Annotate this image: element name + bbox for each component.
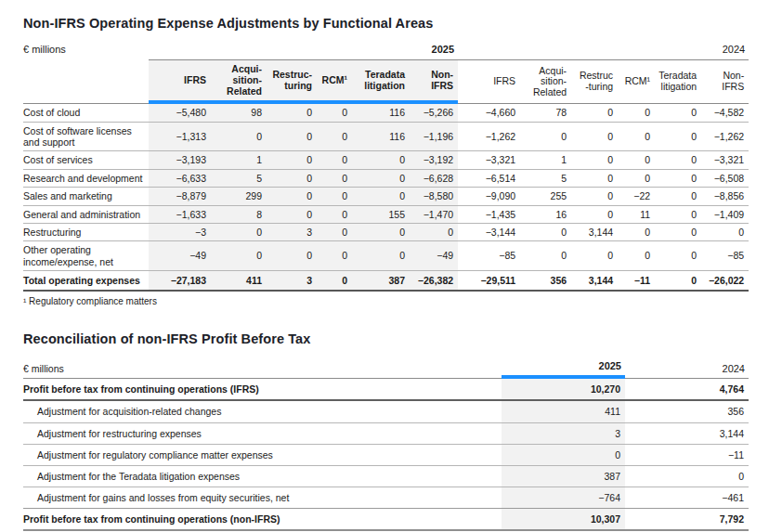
row-label: Cost of cloud	[23, 104, 149, 122]
cell-value-2025: −49	[149, 241, 211, 271]
year-label-2024: 2024	[625, 358, 749, 379]
cell-value-2024: −461	[625, 487, 749, 509]
cell-value-2024: 1	[520, 151, 571, 169]
pbt-table-title: Reconciliation of non-IFRS Profit Before…	[23, 331, 749, 346]
cell-value-2025: 411	[502, 401, 625, 422]
opex-adjustments-table: € millions 2025 2024 IFRSAcqui- sition- …	[23, 42, 749, 292]
row-label: Other operating income/expense, net	[23, 241, 149, 271]
cell-value-2024: 0	[655, 224, 701, 241]
rcm-footnote: ¹ Regulatory compliance matters	[23, 296, 749, 306]
cell-value-2024: −4,660	[458, 104, 520, 122]
cell-value-2024: −26,022	[701, 271, 749, 292]
cell-value-2024: −3,321	[458, 151, 520, 169]
cell-value-2024: −6,508	[701, 170, 749, 188]
column-header-2024: IFRS	[458, 59, 520, 104]
cell-value-2024: 0	[655, 170, 701, 188]
cell-value-2025: 98	[211, 104, 267, 122]
cell-value-2024: 3,144	[571, 224, 618, 241]
column-header-row: IFRSAcqui- sition- RelatedRestruc- turin…	[23, 59, 749, 104]
cell-value-2025: 0	[317, 151, 352, 169]
cell-value-2025: −1,470	[410, 206, 458, 224]
row-label: Adjustment for the Teradata litigation e…	[23, 466, 502, 487]
table-row: Research and development−6,6335000−6,628…	[23, 170, 749, 188]
cell-value-2025: 0	[317, 241, 352, 271]
cell-value-2025: 0	[267, 104, 317, 122]
cell-value-2025: 0	[267, 170, 317, 188]
cell-value-2025: −26,382	[410, 271, 458, 292]
table-row: Adjustment for regulatory compliance mat…	[23, 445, 749, 466]
cell-value-2025: 155	[352, 206, 410, 224]
cell-value-2025: 0	[352, 188, 410, 205]
cell-value-2025: −6,628	[410, 170, 458, 188]
row-label: General and administration	[23, 206, 149, 224]
cell-value-2024: 0	[655, 123, 701, 152]
cell-value-2025: 0	[317, 104, 352, 122]
row-label: Cost of services	[23, 151, 149, 169]
cell-value-2024: −22	[618, 188, 655, 205]
cell-value-2025: −1,196	[410, 123, 458, 152]
cell-value-2024: −6,514	[458, 170, 520, 188]
year-label-2024: 2024	[458, 42, 749, 59]
cell-value-2024: 3,144	[625, 423, 749, 445]
table-row: Cost of services−3,1931000−3,192−3,32110…	[23, 151, 749, 169]
cell-value-2024: 11	[618, 206, 655, 224]
section-pbt-reconciliation: Reconciliation of non-IFRS Profit Before…	[23, 331, 749, 530]
cell-value-2025: 0	[317, 123, 352, 152]
cell-value-2024: 0	[618, 241, 655, 271]
report-page: Non-IFRS Operating Expense Adjustments b…	[0, 0, 769, 531]
cell-value-2025: 0	[502, 445, 625, 466]
cell-value-2024: 0	[701, 224, 749, 241]
cell-value-2024: −8,856	[701, 188, 749, 205]
cell-value-2025: 1	[211, 151, 267, 169]
cell-value-2025: −3,193	[149, 151, 211, 169]
pbt-reconciliation-table: € millions 2025 2024 Profit before tax f…	[23, 358, 749, 530]
cell-value-2025: 0	[317, 188, 352, 205]
cell-value-2024: −1,409	[701, 206, 749, 224]
cell-value-2024: 0	[625, 466, 749, 487]
row-label: Adjustment for regulatory compliance mat…	[23, 445, 502, 466]
table-row: Cost of cloud−5,4809800116−5,266−4,66078…	[23, 104, 749, 122]
cell-value-2025: 0	[267, 188, 317, 205]
cell-value-2024: 0	[618, 224, 655, 241]
table-row: Other operating income/expense, net−4900…	[23, 241, 749, 271]
cell-value-2024: 0	[655, 271, 701, 292]
cell-value-2025: 299	[211, 188, 267, 205]
cell-value-2025: 10,270	[502, 379, 625, 401]
cell-value-2025: 411	[211, 271, 267, 292]
cell-value-2025: −3,192	[410, 151, 458, 169]
column-header-2024: Acqui- sition- Related	[520, 59, 571, 104]
cell-value-2025: 0	[317, 206, 352, 224]
column-header-2025: RCM¹	[317, 59, 352, 104]
unit-label: € millions	[23, 42, 149, 59]
row-label: Cost of software licenses and support	[23, 123, 149, 152]
cell-value-2024: 78	[520, 104, 571, 122]
table-row: General and administration−1,633800155−1…	[23, 206, 749, 224]
cell-value-2024: 0	[618, 104, 655, 122]
cell-value-2025: 3	[267, 271, 317, 292]
row-label: Restructuring	[23, 224, 149, 241]
cell-value-2024: 0	[655, 151, 701, 169]
row-label: Profit before tax from continuing operat…	[23, 509, 502, 531]
cell-value-2025: 0	[317, 224, 352, 241]
cell-value-2024: 3,144	[571, 271, 618, 292]
cell-value-2024: 0	[655, 241, 701, 271]
cell-value-2024: −85	[458, 241, 520, 271]
cell-value-2024: 0	[571, 151, 618, 169]
cell-value-2025: 0	[352, 241, 410, 271]
column-header-2025: Non- IFRS	[410, 59, 458, 104]
cell-value-2024: 0	[520, 224, 571, 241]
cell-value-2025: 0	[267, 123, 317, 152]
cell-value-2024: 0	[655, 104, 701, 122]
row-label-column-header	[23, 59, 149, 104]
cell-value-2025: 387	[502, 466, 625, 487]
unit-label: € millions	[23, 358, 502, 379]
cell-value-2025: −27,183	[149, 271, 211, 292]
column-header-2024: Restruc -turing	[571, 59, 618, 104]
cell-value-2024: 0	[655, 188, 701, 205]
cell-value-2025: −1,633	[149, 206, 211, 224]
table-row: Cost of software licenses and support−1,…	[23, 123, 749, 152]
cell-value-2024: 0	[571, 206, 618, 224]
row-label: Adjustment for acquisition-related chang…	[23, 401, 502, 422]
row-label: Profit before tax from continuing operat…	[23, 379, 502, 401]
cell-value-2024: 0	[571, 104, 618, 122]
